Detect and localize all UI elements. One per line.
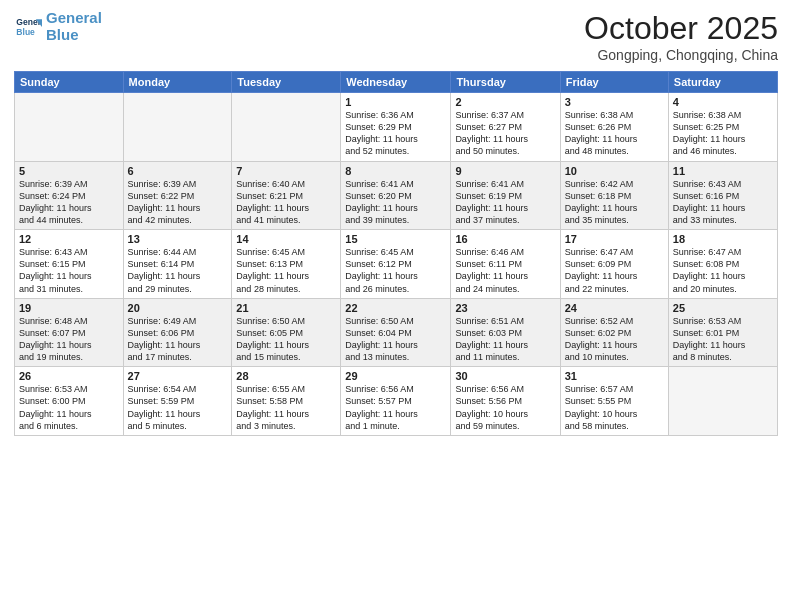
day-number: 25 (673, 302, 773, 314)
day-number: 1 (345, 96, 446, 108)
page: General Blue General Blue October 2025 G… (0, 0, 792, 612)
day-number: 12 (19, 233, 119, 245)
calendar-cell: 4Sunrise: 6:38 AMSunset: 6:25 PMDaylight… (668, 93, 777, 162)
day-info: Sunrise: 6:50 AMSunset: 6:05 PMDaylight:… (236, 315, 336, 364)
weekday-header-row: SundayMondayTuesdayWednesdayThursdayFrid… (15, 72, 778, 93)
day-number: 29 (345, 370, 446, 382)
day-info: Sunrise: 6:49 AMSunset: 6:06 PMDaylight:… (128, 315, 228, 364)
day-number: 27 (128, 370, 228, 382)
day-number: 7 (236, 165, 336, 177)
day-number: 24 (565, 302, 664, 314)
svg-text:General: General (16, 17, 42, 27)
day-number: 26 (19, 370, 119, 382)
calendar-cell (15, 93, 124, 162)
day-number: 2 (455, 96, 555, 108)
calendar-cell: 28Sunrise: 6:55 AMSunset: 5:58 PMDayligh… (232, 367, 341, 436)
day-number: 16 (455, 233, 555, 245)
calendar-cell: 15Sunrise: 6:45 AMSunset: 6:12 PMDayligh… (341, 230, 451, 299)
day-info: Sunrise: 6:39 AMSunset: 6:24 PMDaylight:… (19, 178, 119, 227)
calendar-cell: 5Sunrise: 6:39 AMSunset: 6:24 PMDaylight… (15, 161, 124, 230)
calendar-cell (232, 93, 341, 162)
calendar-cell: 22Sunrise: 6:50 AMSunset: 6:04 PMDayligh… (341, 298, 451, 367)
calendar-cell: 24Sunrise: 6:52 AMSunset: 6:02 PMDayligh… (560, 298, 668, 367)
day-info: Sunrise: 6:43 AMSunset: 6:15 PMDaylight:… (19, 246, 119, 295)
day-number: 18 (673, 233, 773, 245)
calendar-week-5: 26Sunrise: 6:53 AMSunset: 6:00 PMDayligh… (15, 367, 778, 436)
day-info: Sunrise: 6:53 AMSunset: 6:01 PMDaylight:… (673, 315, 773, 364)
calendar-cell: 27Sunrise: 6:54 AMSunset: 5:59 PMDayligh… (123, 367, 232, 436)
day-info: Sunrise: 6:45 AMSunset: 6:13 PMDaylight:… (236, 246, 336, 295)
calendar-cell: 20Sunrise: 6:49 AMSunset: 6:06 PMDayligh… (123, 298, 232, 367)
day-number: 10 (565, 165, 664, 177)
day-number: 31 (565, 370, 664, 382)
calendar-cell: 8Sunrise: 6:41 AMSunset: 6:20 PMDaylight… (341, 161, 451, 230)
calendar-cell: 26Sunrise: 6:53 AMSunset: 6:00 PMDayligh… (15, 367, 124, 436)
day-info: Sunrise: 6:41 AMSunset: 6:19 PMDaylight:… (455, 178, 555, 227)
weekday-monday: Monday (123, 72, 232, 93)
month-title: October 2025 (584, 10, 778, 47)
calendar-cell: 9Sunrise: 6:41 AMSunset: 6:19 PMDaylight… (451, 161, 560, 230)
day-info: Sunrise: 6:55 AMSunset: 5:58 PMDaylight:… (236, 383, 336, 432)
calendar-cell: 14Sunrise: 6:45 AMSunset: 6:13 PMDayligh… (232, 230, 341, 299)
calendar-cell: 12Sunrise: 6:43 AMSunset: 6:15 PMDayligh… (15, 230, 124, 299)
calendar-cell: 16Sunrise: 6:46 AMSunset: 6:11 PMDayligh… (451, 230, 560, 299)
calendar-cell (668, 367, 777, 436)
weekday-wednesday: Wednesday (341, 72, 451, 93)
logo-general: General (46, 9, 102, 26)
calendar-week-4: 19Sunrise: 6:48 AMSunset: 6:07 PMDayligh… (15, 298, 778, 367)
day-info: Sunrise: 6:47 AMSunset: 6:08 PMDaylight:… (673, 246, 773, 295)
calendar-cell: 29Sunrise: 6:56 AMSunset: 5:57 PMDayligh… (341, 367, 451, 436)
calendar-table: SundayMondayTuesdayWednesdayThursdayFrid… (14, 71, 778, 436)
weekday-saturday: Saturday (668, 72, 777, 93)
calendar-cell: 31Sunrise: 6:57 AMSunset: 5:55 PMDayligh… (560, 367, 668, 436)
day-info: Sunrise: 6:56 AMSunset: 5:57 PMDaylight:… (345, 383, 446, 432)
location: Gongping, Chongqing, China (584, 47, 778, 63)
day-info: Sunrise: 6:56 AMSunset: 5:56 PMDaylight:… (455, 383, 555, 432)
weekday-friday: Friday (560, 72, 668, 93)
calendar-cell: 2Sunrise: 6:37 AMSunset: 6:27 PMDaylight… (451, 93, 560, 162)
day-number: 21 (236, 302, 336, 314)
day-info: Sunrise: 6:36 AMSunset: 6:29 PMDaylight:… (345, 109, 446, 158)
day-info: Sunrise: 6:52 AMSunset: 6:02 PMDaylight:… (565, 315, 664, 364)
day-number: 28 (236, 370, 336, 382)
logo-blue: Blue (46, 26, 79, 43)
calendar-cell: 6Sunrise: 6:39 AMSunset: 6:22 PMDaylight… (123, 161, 232, 230)
calendar-cell: 17Sunrise: 6:47 AMSunset: 6:09 PMDayligh… (560, 230, 668, 299)
day-info: Sunrise: 6:39 AMSunset: 6:22 PMDaylight:… (128, 178, 228, 227)
title-block: October 2025 Gongping, Chongqing, China (584, 10, 778, 63)
day-info: Sunrise: 6:44 AMSunset: 6:14 PMDaylight:… (128, 246, 228, 295)
calendar-cell: 10Sunrise: 6:42 AMSunset: 6:18 PMDayligh… (560, 161, 668, 230)
day-number: 22 (345, 302, 446, 314)
calendar-cell: 21Sunrise: 6:50 AMSunset: 6:05 PMDayligh… (232, 298, 341, 367)
day-info: Sunrise: 6:53 AMSunset: 6:00 PMDaylight:… (19, 383, 119, 432)
day-info: Sunrise: 6:57 AMSunset: 5:55 PMDaylight:… (565, 383, 664, 432)
calendar-cell (123, 93, 232, 162)
calendar-cell: 30Sunrise: 6:56 AMSunset: 5:56 PMDayligh… (451, 367, 560, 436)
day-info: Sunrise: 6:45 AMSunset: 6:12 PMDaylight:… (345, 246, 446, 295)
day-number: 20 (128, 302, 228, 314)
weekday-sunday: Sunday (15, 72, 124, 93)
day-number: 13 (128, 233, 228, 245)
day-number: 30 (455, 370, 555, 382)
calendar-week-1: 1Sunrise: 6:36 AMSunset: 6:29 PMDaylight… (15, 93, 778, 162)
logo: General Blue General Blue (14, 10, 102, 43)
calendar-cell: 19Sunrise: 6:48 AMSunset: 6:07 PMDayligh… (15, 298, 124, 367)
day-number: 6 (128, 165, 228, 177)
day-number: 9 (455, 165, 555, 177)
logo-text: General Blue (46, 10, 102, 43)
weekday-tuesday: Tuesday (232, 72, 341, 93)
day-info: Sunrise: 6:42 AMSunset: 6:18 PMDaylight:… (565, 178, 664, 227)
day-info: Sunrise: 6:43 AMSunset: 6:16 PMDaylight:… (673, 178, 773, 227)
day-number: 8 (345, 165, 446, 177)
day-number: 19 (19, 302, 119, 314)
calendar-cell: 3Sunrise: 6:38 AMSunset: 6:26 PMDaylight… (560, 93, 668, 162)
calendar-cell: 23Sunrise: 6:51 AMSunset: 6:03 PMDayligh… (451, 298, 560, 367)
day-info: Sunrise: 6:38 AMSunset: 6:25 PMDaylight:… (673, 109, 773, 158)
day-number: 14 (236, 233, 336, 245)
calendar-week-3: 12Sunrise: 6:43 AMSunset: 6:15 PMDayligh… (15, 230, 778, 299)
calendar-cell: 25Sunrise: 6:53 AMSunset: 6:01 PMDayligh… (668, 298, 777, 367)
day-info: Sunrise: 6:51 AMSunset: 6:03 PMDaylight:… (455, 315, 555, 364)
calendar-week-2: 5Sunrise: 6:39 AMSunset: 6:24 PMDaylight… (15, 161, 778, 230)
weekday-thursday: Thursday (451, 72, 560, 93)
day-info: Sunrise: 6:54 AMSunset: 5:59 PMDaylight:… (128, 383, 228, 432)
